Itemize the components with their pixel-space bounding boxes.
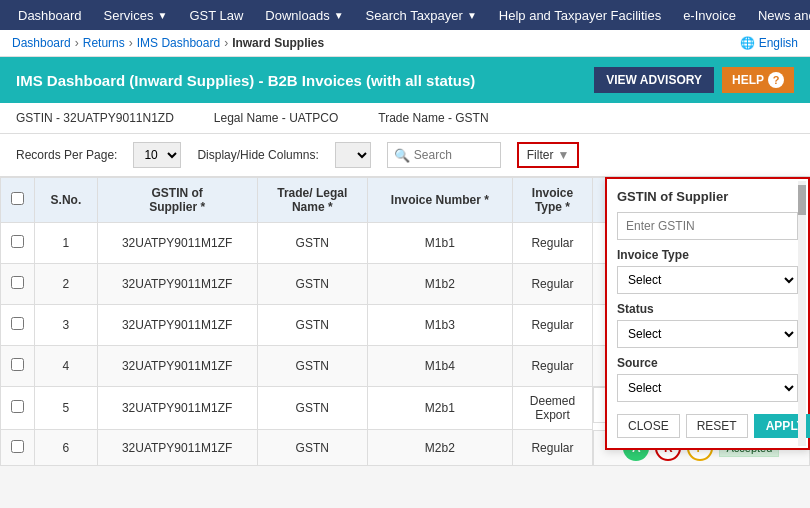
help-button[interactable]: HELP ? xyxy=(722,67,794,93)
select-all-checkbox[interactable] xyxy=(11,192,24,205)
row-checkbox-4[interactable] xyxy=(11,358,24,371)
downloads-dropdown-arrow: ▼ xyxy=(334,10,344,21)
invoice-type-header: InvoiceType * xyxy=(512,178,593,223)
breadcrumb-ims-dashboard[interactable]: IMS Dashboard xyxy=(137,36,220,50)
search-taxpayer-dropdown-arrow: ▼ xyxy=(467,10,477,21)
nav-help-facilities[interactable]: Help and Taxpayer Facilities xyxy=(489,0,671,30)
search-box[interactable]: 🔍 xyxy=(387,142,501,168)
filter-actions: CLOSE RESET APPLY xyxy=(617,414,798,438)
row-checkbox-1[interactable] xyxy=(11,235,24,248)
nav-downloads[interactable]: Downloads ▼ xyxy=(255,0,353,30)
filter-close-button[interactable]: CLOSE xyxy=(617,414,680,438)
info-row: GSTIN - 32UATPY9011N1ZD Legal Name - UAT… xyxy=(0,103,810,134)
page-title: IMS Dashboard (Inward Supplies) - B2B In… xyxy=(16,72,475,89)
source-filter-select[interactable]: Select IFF GSTR-1 GSTR-1A xyxy=(617,374,798,402)
help-icon: ? xyxy=(768,72,784,88)
search-icon: 🔍 xyxy=(394,148,410,163)
globe-icon: 🌐 xyxy=(740,36,758,50)
nav-dashboard[interactable]: Dashboard xyxy=(8,0,92,30)
nav-search-taxpayer[interactable]: Search Taxpayer ▼ xyxy=(356,0,487,30)
trade-header: Trade/ LegalName * xyxy=(257,178,368,223)
nav-gst-law[interactable]: GST Law xyxy=(179,0,253,30)
top-nav: Dashboard Services ▼ GST Law Downloads ▼… xyxy=(0,0,810,30)
trade-name-info: Trade Name - GSTN xyxy=(378,111,488,125)
breadcrumb: Dashboard › Returns › IMS Dashboard › In… xyxy=(12,36,324,50)
nav-services[interactable]: Services ▼ xyxy=(94,0,178,30)
breadcrumb-returns[interactable]: Returns xyxy=(83,36,125,50)
invoice-number-header: Invoice Number * xyxy=(368,178,513,223)
gstin-filter-input[interactable] xyxy=(617,212,798,240)
breadcrumb-current: Inward Supplies xyxy=(232,36,324,50)
search-input[interactable] xyxy=(414,148,494,162)
filter-panel-title: GSTIN of Supplier xyxy=(617,189,798,204)
nav-news[interactable]: News and Updates xyxy=(748,0,810,30)
legal-name-info: Legal Name - UATPCO xyxy=(214,111,338,125)
breadcrumb-dashboard[interactable]: Dashboard xyxy=(12,36,71,50)
gstin-header: GSTIN ofSupplier * xyxy=(97,178,257,223)
invoice-type-filter-select[interactable]: Select Regular Deemed Export SEZ xyxy=(617,266,798,294)
nav-einvoice[interactable]: e-Invoice xyxy=(673,0,746,30)
row-checkbox-6[interactable] xyxy=(11,440,24,453)
filter-reset-button[interactable]: RESET xyxy=(686,414,748,438)
view-advisory-button[interactable]: VIEW ADVISORY xyxy=(594,67,714,93)
display-hide-columns-label: Display/Hide Columns: xyxy=(197,148,318,162)
services-dropdown-arrow: ▼ xyxy=(157,10,167,21)
breadcrumb-bar: Dashboard › Returns › IMS Dashboard › In… xyxy=(0,30,810,57)
row-checkbox-5[interactable] xyxy=(11,400,24,413)
status-filter-select[interactable]: Select Accepted Rejected Pending xyxy=(617,320,798,348)
filter-funnel-icon: ▼ xyxy=(557,148,569,162)
page-header: IMS Dashboard (Inward Supplies) - B2B In… xyxy=(0,57,810,103)
controls-row: Records Per Page: 10 25 50 Display/Hide … xyxy=(0,134,810,177)
display-hide-columns-select[interactable] xyxy=(335,142,371,168)
gstin-info: GSTIN - 32UATPY9011N1ZD xyxy=(16,111,174,125)
select-all-header xyxy=(1,178,35,223)
source-filter-label: Source xyxy=(617,356,798,370)
records-per-page-select[interactable]: 10 25 50 xyxy=(133,142,181,168)
sno-header: S.No. xyxy=(35,178,98,223)
invoice-type-filter-label: Invoice Type xyxy=(617,248,798,262)
header-buttons: VIEW ADVISORY HELP ? xyxy=(594,67,794,93)
records-per-page-label: Records Per Page: xyxy=(16,148,117,162)
status-filter-label: Status xyxy=(617,302,798,316)
filter-scrollbar-thumb xyxy=(798,185,806,215)
filter-panel: GSTIN of Supplier Invoice Type Select Re… xyxy=(605,177,810,450)
row-checkbox-2[interactable] xyxy=(11,276,24,289)
language-selector[interactable]: 🌐 English xyxy=(740,36,798,50)
main-content: S.No. GSTIN ofSupplier * Trade/ LegalNam… xyxy=(0,177,810,466)
filter-button[interactable]: Filter ▼ xyxy=(517,142,580,168)
filter-scrollbar[interactable] xyxy=(798,181,806,446)
row-checkbox-3[interactable] xyxy=(11,317,24,330)
